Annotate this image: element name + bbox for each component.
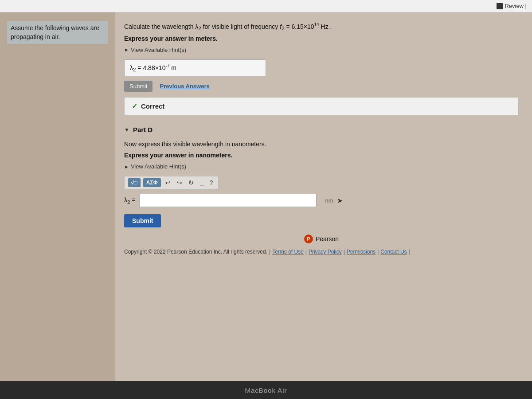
part-c-express: Express your answer in meters. <box>124 35 519 42</box>
privacy-link[interactable]: Privacy Policy <box>309 249 342 255</box>
help-button[interactable]: ? <box>208 178 215 187</box>
part-c-question: Calculate the wavelength λ2 for visible … <box>124 21 519 32</box>
divider-2: | <box>305 249 307 255</box>
pearson-logo-letter: P <box>307 236 310 242</box>
ase-button[interactable]: ΑΣΦ <box>143 178 161 187</box>
hint-label: View Available Hint(s) <box>131 47 186 53</box>
pearson-name: Pearson <box>316 235 339 243</box>
equals-button[interactable]: ⎯ <box>198 178 205 187</box>
part-d-hint[interactable]: ► View Available Hint(s) <box>124 163 519 170</box>
part-d-submit-button[interactable]: Submit <box>124 214 161 227</box>
previous-answers-link[interactable]: Previous Answers <box>160 83 209 90</box>
hint-arrow-icon: ► <box>124 47 129 52</box>
pearson-branding: P Pearson <box>124 235 519 243</box>
sqrt-button[interactable]: √□ <box>128 178 141 187</box>
part-c-answer-display: λ2 = 4.88×10-7 m <box>124 59 266 76</box>
math-toolbar: √□ ΑΣΦ ↩ ↪ ↻ ⎯ ? <box>124 176 219 189</box>
permissions-link[interactable]: Permissions <box>347 249 376 255</box>
device-label: MacBook Air <box>245 387 287 394</box>
left-panel: Assume the following waves are propagati… <box>0 12 115 381</box>
main-content: Assume the following waves are propagati… <box>0 12 532 381</box>
review-label: Review | <box>505 3 527 9</box>
pearson-logo: P <box>304 235 313 243</box>
footer-links: Copyright © 2022 Pearson Education Inc. … <box>124 249 519 255</box>
part-d-input-row: λ2 = nm ➤ <box>124 194 519 207</box>
part-d-answer-input[interactable] <box>139 194 317 207</box>
review-link[interactable]: Review | <box>497 3 527 9</box>
right-panel: Calculate the wavelength λ2 for visible … <box>115 12 532 381</box>
divider-1: | <box>269 249 270 255</box>
part-c-submit-row: Submit Previous Answers <box>124 81 519 92</box>
divider-5: | <box>409 249 410 255</box>
terms-link[interactable]: Terms of Use <box>272 249 304 255</box>
part-c-hint[interactable]: ► View Available Hint(s) <box>124 47 519 53</box>
part-d-hint-label: View Available Hint(s) <box>131 163 186 170</box>
bottom-bar: MacBook Air <box>0 381 532 399</box>
part-d-label: ▼ Part D <box>124 126 519 133</box>
part-d-section: ▼ Part D Now express this visible wavele… <box>124 126 519 255</box>
copyright-text: Copyright © 2022 Pearson Education Inc. … <box>124 249 267 255</box>
redo-button[interactable]: ↪ <box>175 178 184 187</box>
part-d-lambda-label: λ2 = <box>124 196 136 205</box>
contact-link[interactable]: Contact Us <box>380 249 407 255</box>
reset-button[interactable]: ↻ <box>187 178 196 187</box>
part-d-question: Now express this visible wavelength in n… <box>124 140 519 149</box>
cursor-icon: ➤ <box>337 196 343 205</box>
sidebar-assumption: Assume the following waves are propagati… <box>7 21 108 44</box>
correct-label: Correct <box>141 102 164 110</box>
part-d-express: Express your answer in nanometers. <box>124 152 519 159</box>
divider-3: | <box>344 249 345 255</box>
checkmark-icon: ✓ <box>132 102 137 110</box>
divider-4: | <box>377 249 379 255</box>
part-d-title: Part D <box>133 126 153 133</box>
correct-box: ✓ Correct <box>124 97 519 115</box>
part-c-submit-button[interactable]: Submit <box>124 81 153 92</box>
part-d-arrow-icon: ▼ <box>124 127 129 133</box>
review-icon <box>497 3 503 9</box>
undo-button[interactable]: ↩ <box>164 178 172 187</box>
part-d-hint-arrow-icon: ► <box>124 164 129 169</box>
top-bar: Review | <box>0 0 532 12</box>
part-d-unit-label: nm <box>320 197 333 204</box>
